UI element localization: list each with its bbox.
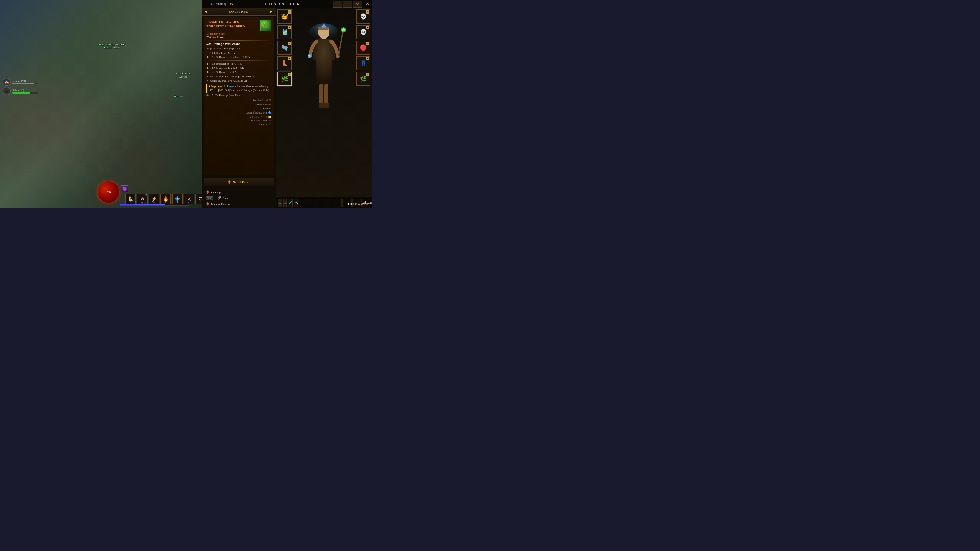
eq-slot-offhand[interactable]: 🌿 ★ <box>356 72 370 86</box>
eq-slot-ring1[interactable]: 💀 ★ <box>356 10 370 24</box>
bullet-9: ◈ <box>207 94 209 97</box>
xp-bar-container <box>120 204 189 206</box>
potion-icon[interactable]: 🟣 <box>121 185 128 192</box>
party-member-1: 🧙 Varyana [VI] <box>3 78 38 86</box>
inv-slot-2[interactable] <box>313 199 322 207</box>
panel-body: ◀ EQUIPPED ▶ FLAMETHROWER'S FORESTGEM HA… <box>202 8 372 208</box>
skill-icon-w: ⚡ <box>151 196 157 202</box>
imprinted-value: 160%[x] <box>208 89 218 92</box>
head-upgrade-star: ★ <box>288 11 291 14</box>
eq-slot-chest[interactable]: 🎽 ★ <box>277 25 292 39</box>
favorite-button[interactable]: 🏺 Mark as Favorite <box>204 201 274 207</box>
prev-item-button[interactable]: ◀ <box>205 10 208 14</box>
unequip-button[interactable]: 🏺 Unequip <box>204 189 274 195</box>
close-button[interactable]: ✕ <box>366 2 369 6</box>
nav-diamond-icon[interactable]: ◇ <box>283 199 286 207</box>
skill-bar: 🐍 Z ❄ Q 3 ⚡ W 🔥 E 💠 R ⚔ M4 🛡 T <box>125 194 202 204</box>
pants-slot-icon: 👖 <box>360 60 367 67</box>
potion-slot[interactable]: 🟣 <box>121 185 128 192</box>
nav-icon-extra[interactable]: ⚙ <box>353 0 362 8</box>
party-hp-fill-2 <box>12 92 30 94</box>
offhand-slot-icon: 🌿 <box>360 76 367 82</box>
star-bullet: ★ <box>208 85 211 88</box>
expansion-icon: 🔷 <box>268 111 271 114</box>
stat-mastery: 🗡 +72.0% Mastery Damage [63.0 - 90.0]% <box>207 75 271 79</box>
inv-slot-1[interactable] <box>303 199 312 207</box>
stat-dot1: ◆ +28.0% Damage Over Time [28.0]% <box>207 56 271 59</box>
ground-overlay <box>0 0 202 208</box>
party-hp-bar-1 <box>12 83 38 84</box>
svg-line-5 <box>339 31 343 56</box>
stat-hydra: ✕ Casted Hydras Have +2 Heads [2] <box>207 79 271 83</box>
nav-icon-skills[interactable]: ⚔ <box>333 0 342 8</box>
amulet-slot-icon: 🔴 <box>360 44 367 51</box>
party-hp-bar-2 <box>12 92 38 94</box>
link-button[interactable]: Shift + 🔗 Link <box>204 195 274 201</box>
head-slot-icon: 👑 <box>281 13 288 20</box>
eq-slot-ring2[interactable]: 💀 ★ <box>356 25 370 39</box>
xp-bar-fill <box>120 204 165 205</box>
nav-flask-icon[interactable]: 🧪 <box>288 199 293 207</box>
inv-slot-3[interactable] <box>323 199 332 207</box>
transmog-indicator: ⬡ Slot Transmog: ON <box>205 2 233 6</box>
skill-slot-e[interactable]: 🔥 E <box>160 194 171 204</box>
inv-slot-4[interactable] <box>332 199 342 207</box>
party-panel: 🧙 Varyana [VI] ⚔ Raheir [VI] <box>3 78 38 95</box>
eq-slot-head[interactable]: 👑 ★ <box>277 10 292 24</box>
bullet-3: ◆ <box>207 56 209 59</box>
skill-slot-z[interactable]: 🐍 Z <box>125 194 136 204</box>
stat-life: ◆ +499 Maximum Life [488 - 544] <box>207 66 271 70</box>
eq-slot-boots[interactable]: 👢 ★ <box>277 56 292 70</box>
eq-slot-weapon[interactable]: 🌿 ★ <box>277 72 292 86</box>
nav-icon-map[interactable]: ◇ <box>343 0 352 8</box>
svg-rect-11 <box>324 103 329 108</box>
favorite-label: Mark as Favorite <box>211 203 230 206</box>
item-power: 750 Item Power <box>207 36 271 39</box>
item-tooltip: ◀ EQUIPPED ▶ FLAMETHROWER'S FORESTGEM HA… <box>202 8 276 208</box>
scroll-down-label: Scroll Down <box>233 180 250 184</box>
eq-slot-gloves[interactable]: 🧤 ★ <box>277 41 292 55</box>
skill-icon-r: 💠 <box>175 196 180 202</box>
boots-upgrade-star: ★ <box>288 57 291 60</box>
stat-dot2: ◈ +24.0% Damage Over Time <box>207 94 271 97</box>
svg-point-13 <box>308 55 310 57</box>
skill-icon-t: 🛡 <box>199 197 202 202</box>
unequip-icon: 🏺 <box>206 190 210 194</box>
scroll-down-button[interactable]: 🏺 Scroll Down <box>204 178 274 186</box>
skill-slot-r[interactable]: 💠 R <box>172 194 183 204</box>
weapon-slot-icon: 🌿 <box>281 76 288 82</box>
sell-label: Sell Value: <box>249 116 260 118</box>
nav-sword-icon[interactable]: ⚔ <box>278 199 282 207</box>
gloves-slot-icon: 🧤 <box>281 44 288 51</box>
transmog-value: ON <box>229 2 233 6</box>
dps-line: 524 Damage Per Second <box>207 42 271 46</box>
eq-slot-amulet[interactable]: 🔴 ★ <box>356 41 370 55</box>
skill-slot-w[interactable]: ⚡ W <box>148 194 159 204</box>
bullet-1: ├ <box>207 47 209 51</box>
skill-slot-m4[interactable]: ⚔ M4 <box>184 194 194 204</box>
next-item-button[interactable]: ▶ <box>270 10 273 14</box>
plus-icon: + <box>215 197 216 200</box>
divider-1 <box>207 40 271 41</box>
skill-slot-t[interactable]: 🛡 T <box>196 194 202 204</box>
sell-value: 79,003 <box>261 116 268 118</box>
party-name-1: Varyana [VI] <box>12 79 38 83</box>
equipment-slots-left: 👑 ★ 🎽 ★ 🧤 ★ 👢 ★ 🌿 ★ <box>277 10 292 86</box>
bullet-6: ◆ <box>207 70 209 74</box>
stat-int: ◆ +178 Intelligence +[178 - 198] <box>207 62 271 66</box>
player-tag-soul: <Soul> Akecha | 60 (100) Lilith's Voice <box>97 43 126 49</box>
offhand-upgrade-star: ★ <box>366 73 369 76</box>
party-avatar-1: 🧙 <box>3 78 11 86</box>
health-orb: 10/10 <box>97 181 120 203</box>
svg-point-7 <box>342 28 345 32</box>
party-name-2: Raheir [VI] <box>12 89 38 92</box>
health-value: 10/10 <box>106 191 111 194</box>
stat-dmg: ◆ +50.0% Damage [50.0]% <box>207 70 271 74</box>
tempers-label: Tempers: <box>258 123 267 125</box>
eq-slot-pants[interactable]: 👖 ★ <box>356 56 370 70</box>
req-class: Sorcerer <box>207 106 271 111</box>
character-svg <box>301 18 347 115</box>
nav-tool-icon[interactable]: 🔧 <box>294 199 299 207</box>
imprinted-suffix: % of normal damage. (Sorcerer Only) <box>231 89 269 92</box>
item-card: FLAMETHROWER'S FORESTGEM HALBERD 🌿 Legen… <box>204 17 274 175</box>
